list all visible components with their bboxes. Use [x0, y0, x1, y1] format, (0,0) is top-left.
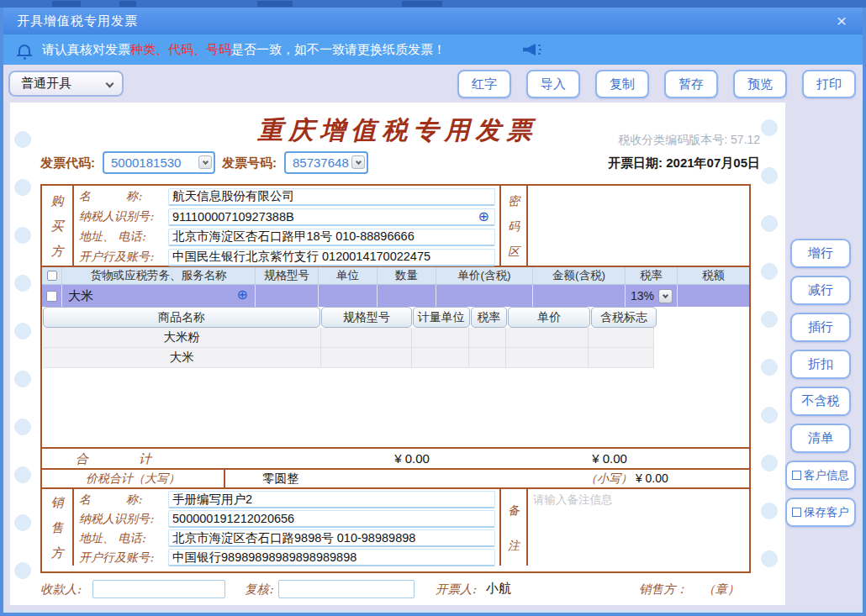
- col-header-amount: 金额(含税): [533, 267, 626, 284]
- tax-rate-dropdown-button[interactable]: [658, 289, 673, 303]
- seller-taxid-row: 纳税人识别号:: [74, 509, 499, 529]
- password-area-label: 密码区: [507, 188, 520, 264]
- drawer-value: 小航: [486, 581, 511, 597]
- copy-button[interactable]: 复制: [595, 70, 649, 98]
- suggest-header: 商品名称 规格型号 计量单位 税率 单价 含税标志: [43, 307, 657, 328]
- lookup-plus-circle-icon[interactable]: ⊕: [478, 208, 489, 226]
- buyer-side-label: 购买方: [50, 188, 64, 264]
- totals-amount: ¥ 0.00: [572, 451, 647, 466]
- item-amount-cell[interactable]: [533, 285, 626, 307]
- buyer-bank-label: 开户行及账号:: [74, 250, 168, 265]
- remark-side-label: 备注: [507, 492, 520, 563]
- import-button[interactable]: 导入: [526, 70, 580, 98]
- invoice-code-value: 5000181530: [111, 155, 181, 170]
- item-spec-cell[interactable]: [256, 285, 319, 307]
- remark-input[interactable]: [528, 489, 749, 566]
- seller-bank-input[interactable]: [168, 549, 495, 566]
- chevron-down-icon: [198, 155, 212, 169]
- seller-address-label: 地址、 电话:: [74, 531, 168, 546]
- print-button[interactable]: 打印: [802, 70, 856, 98]
- decorative-dots-left: [13, 123, 32, 587]
- payee-label: 收款人:: [40, 582, 81, 598]
- tax-code-version-note: 税收分类编码版本号: 57.12: [618, 133, 760, 148]
- item-quantity-cell[interactable]: [378, 285, 436, 307]
- checkbox-icon: [792, 508, 801, 517]
- col-header-quantity: 数量: [378, 267, 436, 284]
- save-customer-toggle[interactable]: 保存客户: [785, 498, 856, 527]
- col-header-goods-name: 货物或应税劳务、服务名称: [62, 267, 256, 284]
- seller-taxid-input[interactable]: [168, 510, 495, 528]
- row-checkbox[interactable]: [46, 291, 57, 302]
- item-row-selected: 大米 ⊕ 13%: [42, 285, 749, 307]
- item-tax-amount-cell[interactable]: [678, 285, 749, 307]
- reviewer-input[interactable]: [278, 580, 415, 598]
- seller-name-label: 名 称:: [74, 492, 168, 508]
- issue-mode-value: 普通开具: [21, 76, 71, 92]
- item-unit-price-cell[interactable]: [436, 285, 533, 307]
- red-letter-button[interactable]: 红字: [457, 70, 511, 98]
- payee-input[interactable]: [92, 580, 225, 598]
- suggest-col-tax-rate: 税率: [471, 307, 508, 328]
- suggestion-area: 商品名称 规格型号 计量单位 税率 单价 含税标志 大米粉: [42, 307, 749, 371]
- add-row-button[interactable]: 增行: [790, 239, 851, 268]
- seller-address-row: 地址、 电话:: [74, 529, 499, 548]
- select-all-checkbox[interactable]: [47, 271, 57, 281]
- seller-address-input[interactable]: [168, 529, 495, 547]
- discount-button[interactable]: 折扣: [790, 350, 851, 379]
- tax-exclusive-button[interactable]: 不含税: [790, 387, 851, 416]
- buyer-address-input[interactable]: [168, 229, 495, 246]
- seal-placeholder: （章）: [703, 582, 740, 598]
- invoice-date-value: 2021年07月05日: [666, 155, 760, 170]
- drawer-label: 开票人:: [436, 582, 476, 598]
- item-name-cell[interactable]: 大米 ⊕: [62, 288, 255, 304]
- suggest-row-dami[interactable]: 大米: [43, 348, 657, 368]
- buyer-fields: 名 称: 纳税人识别号: ⊕ 地址、 电话:: [74, 186, 501, 266]
- toolbar: 普通开具 红字 导入 复制 暂存 预览 打印: [3, 65, 863, 103]
- speaker-icon[interactable]: [523, 43, 541, 56]
- invoice-code-select[interactable]: 5000181530: [103, 151, 215, 174]
- buyer-side-cell: 购买方: [42, 186, 74, 266]
- chevron-down-icon: [106, 80, 114, 88]
- save-customer-label: 保存客户: [804, 505, 849, 520]
- issue-mode-select[interactable]: 普通开具: [8, 71, 124, 97]
- buyer-section: 购买方 名 称: 纳税人识别号: ⊕: [42, 186, 749, 267]
- suggest-col-unit: 计量单位: [413, 307, 470, 328]
- invoice-paper: 重庆增值税专用发票 税收分类编码版本号: 57.12 发票代码: 5000181…: [10, 103, 785, 605]
- customer-info-toggle[interactable]: 客户信息: [785, 461, 856, 490]
- col-header-unit: 单位: [319, 267, 378, 284]
- suggest-col-tax-flag: 含税标志: [591, 307, 657, 328]
- seller-name-input[interactable]: [168, 491, 495, 508]
- buyer-name-label: 名 称:: [74, 189, 168, 204]
- lookup-plus-circle-icon[interactable]: ⊕: [237, 287, 248, 303]
- grand-total-figures: （小写） ¥ 0.00: [585, 471, 668, 487]
- invoice-code-row: 发票代码: 5000181530 发票号码: 85737648 开票日期: 20…: [40, 151, 760, 178]
- background-artifact: [119, 1, 136, 7]
- remove-row-button[interactable]: 减行: [790, 276, 851, 305]
- buyer-name-input[interactable]: [168, 188, 495, 206]
- close-icon[interactable]: ×: [831, 8, 853, 34]
- buyer-address-label: 地址、 电话:: [74, 229, 168, 245]
- invoice-footer: 收款人: 复核: 开票人: 小航 销售方： （章）: [40, 578, 760, 602]
- background-artifact: [257, 1, 293, 7]
- dialog-titlebar: 开具增值税专用发票 ×: [3, 8, 863, 34]
- invoice-number-select[interactable]: 85737648: [284, 151, 368, 174]
- reviewer-label: 复核:: [245, 582, 273, 598]
- buyer-taxid-input[interactable]: [168, 208, 495, 226]
- items-table-header: 货物或应税劳务、服务名称 规格型号 单位 数量 单价(含税) 金额(含税) 税率…: [42, 267, 749, 285]
- col-header-tax-amount: 税额: [678, 267, 749, 284]
- insert-row-button[interactable]: 插行: [790, 313, 851, 342]
- decorative-dots-right: [760, 111, 779, 575]
- list-button[interactable]: 清单: [790, 424, 851, 453]
- item-unit-cell[interactable]: [319, 285, 378, 307]
- toolbar-buttons: 红字 导入 复制 暂存 预览 打印: [457, 70, 856, 98]
- suggest-col-spec: 规格型号: [321, 307, 412, 328]
- save-draft-button[interactable]: 暂存: [664, 70, 718, 98]
- invoice-date: 开票日期: 2021年07月05日: [608, 151, 760, 175]
- remark-label-cell: 备注: [501, 489, 528, 566]
- suggest-row-damifen[interactable]: 大米粉: [43, 328, 657, 348]
- figures-value: ¥ 0.00: [636, 471, 668, 485]
- buyer-bank-input[interactable]: [168, 249, 495, 266]
- preview-button[interactable]: 预览: [733, 70, 787, 98]
- seller-fields: 名 称: 纳税人识别号: 地址、 电话:: [74, 489, 501, 566]
- invoice-app-window: 开具增值税专用发票 × 请认真核对发票种类、代码、号码是否一致，如不一致请更换纸…: [0, 0, 866, 616]
